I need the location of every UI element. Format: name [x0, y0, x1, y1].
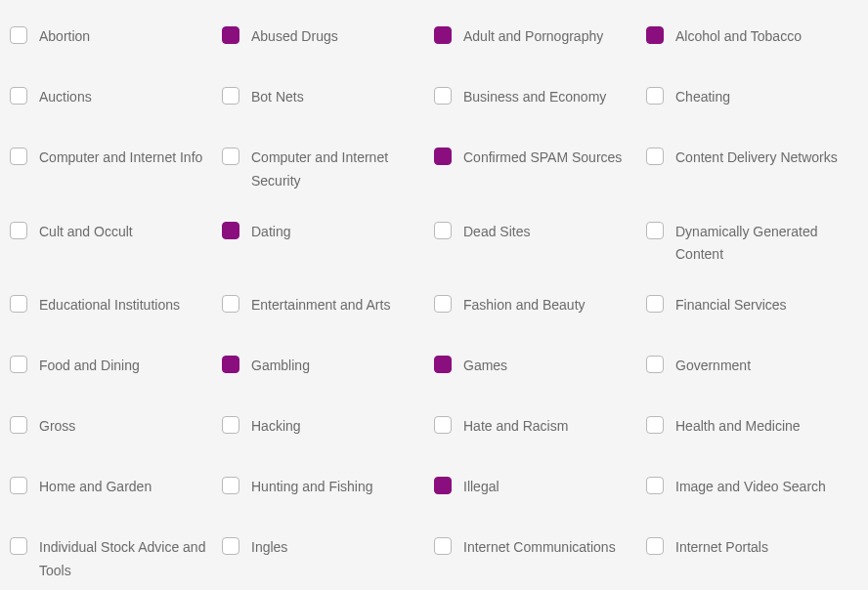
category-item[interactable]: Entertainment and Arts [222, 280, 434, 341]
category-label: Hate and Racism [463, 415, 578, 439]
category-item[interactable]: Illegal [434, 462, 646, 523]
category-item[interactable]: Computer and Internet Security [222, 133, 434, 207]
category-label: Image and Video Search [675, 476, 836, 499]
category-label: Health and Medicine [675, 415, 810, 439]
category-checkbox[interactable] [10, 477, 27, 494]
category-label: Adult and Pornography [463, 25, 613, 49]
category-label: Auctions [39, 86, 102, 109]
category-label: Hunting and Fishing [251, 476, 383, 499]
category-checkbox[interactable] [434, 356, 452, 373]
category-item[interactable]: Image and Video Search [646, 462, 858, 523]
category-item[interactable]: Internet Communications [434, 523, 646, 590]
category-item[interactable]: Alcohol and Tobacco [646, 12, 858, 72]
category-item[interactable]: Internet Portals [646, 523, 858, 590]
category-item[interactable]: Dynamically Generated Content [646, 207, 858, 281]
category-item[interactable]: Dead Sites [434, 207, 646, 281]
category-label: Gambling [251, 355, 320, 378]
category-checkbox[interactable] [646, 356, 664, 373]
category-checkbox[interactable] [646, 416, 664, 434]
category-label: Abortion [39, 25, 100, 49]
category-item[interactable]: Ingles [222, 523, 434, 590]
category-checkbox[interactable] [222, 416, 239, 434]
category-item[interactable]: Adult and Pornography [434, 12, 646, 72]
category-item[interactable]: Content Delivery Networks [646, 133, 858, 207]
category-label: Dating [251, 221, 300, 244]
category-label: Cult and Occult [39, 221, 143, 244]
category-checkbox[interactable] [434, 87, 452, 105]
category-item[interactable]: Abused Drugs [222, 12, 434, 72]
category-item[interactable]: Home and Garden [10, 462, 222, 523]
category-grid: AbortionAbused DrugsAdult and Pornograph… [10, 12, 858, 590]
category-item[interactable]: Health and Medicine [646, 401, 858, 462]
category-checkbox[interactable] [222, 537, 239, 555]
category-label: Illegal [463, 476, 509, 499]
category-checkbox[interactable] [646, 87, 664, 105]
category-label: Abused Drugs [251, 25, 348, 49]
category-checkbox[interactable] [646, 148, 664, 165]
category-checkbox[interactable] [10, 87, 27, 105]
category-checkbox[interactable] [222, 295, 239, 313]
category-item[interactable]: Games [434, 341, 646, 401]
category-label: Alcohol and Tobacco [675, 25, 811, 49]
category-checkbox[interactable] [646, 295, 664, 313]
category-checkbox[interactable] [10, 26, 27, 44]
category-item[interactable]: Abortion [10, 12, 222, 72]
category-item[interactable]: Food and Dining [10, 341, 222, 401]
category-checkbox[interactable] [434, 148, 452, 165]
category-label: Computer and Internet Security [251, 147, 434, 193]
category-item[interactable]: Educational Institutions [10, 280, 222, 341]
category-label: Fashion and Beauty [463, 294, 595, 317]
category-label: Bot Nets [251, 86, 314, 109]
category-checkbox[interactable] [10, 295, 27, 313]
category-label: Government [675, 355, 760, 378]
category-checkbox[interactable] [646, 26, 664, 44]
category-checkbox[interactable] [10, 416, 27, 434]
category-item[interactable]: Individual Stock Advice and Tools [10, 523, 222, 590]
category-checkbox[interactable] [434, 416, 452, 434]
category-checkbox[interactable] [222, 222, 239, 239]
category-label: Ingles [251, 536, 297, 560]
category-checkbox[interactable] [10, 148, 27, 165]
category-checkbox[interactable] [10, 537, 27, 555]
category-label: Content Delivery Networks [675, 147, 847, 170]
category-item[interactable]: Fashion and Beauty [434, 280, 646, 341]
category-item[interactable]: Government [646, 341, 858, 401]
category-label: Educational Institutions [39, 294, 190, 317]
category-checkbox[interactable] [222, 26, 239, 44]
category-item[interactable]: Hacking [222, 401, 434, 462]
category-item[interactable]: Cult and Occult [10, 207, 222, 281]
category-item[interactable]: Hate and Racism [434, 401, 646, 462]
category-item[interactable]: Auctions [10, 72, 222, 133]
category-checkbox[interactable] [434, 537, 452, 555]
category-label: Confirmed SPAM Sources [463, 147, 631, 170]
category-label: Food and Dining [39, 355, 150, 378]
category-item[interactable]: Gross [10, 401, 222, 462]
category-item[interactable]: Cheating [646, 72, 858, 133]
category-item[interactable]: Hunting and Fishing [222, 462, 434, 523]
category-checkbox[interactable] [222, 148, 239, 165]
category-item[interactable]: Dating [222, 207, 434, 281]
category-item[interactable]: Gambling [222, 341, 434, 401]
category-checkbox[interactable] [434, 26, 452, 44]
category-checkbox[interactable] [222, 87, 239, 105]
category-label: Business and Economy [463, 86, 616, 109]
category-checkbox[interactable] [10, 356, 27, 373]
category-checkbox[interactable] [434, 295, 452, 313]
category-label: Financial Services [675, 294, 797, 317]
category-checkbox[interactable] [646, 222, 664, 239]
category-checkbox[interactable] [434, 477, 452, 494]
category-item[interactable]: Financial Services [646, 280, 858, 341]
category-checkbox[interactable] [222, 356, 239, 373]
category-label: Hacking [251, 415, 311, 439]
category-checkbox[interactable] [10, 222, 27, 239]
category-item[interactable]: Business and Economy [434, 72, 646, 133]
category-label: Home and Garden [39, 476, 161, 499]
category-label: Dynamically Generated Content [675, 221, 858, 268]
category-checkbox[interactable] [646, 537, 664, 555]
category-checkbox[interactable] [434, 222, 452, 239]
category-item[interactable]: Confirmed SPAM Sources [434, 133, 646, 207]
category-checkbox[interactable] [222, 477, 239, 494]
category-checkbox[interactable] [646, 477, 664, 494]
category-item[interactable]: Bot Nets [222, 72, 434, 133]
category-item[interactable]: Computer and Internet Info [10, 133, 222, 207]
